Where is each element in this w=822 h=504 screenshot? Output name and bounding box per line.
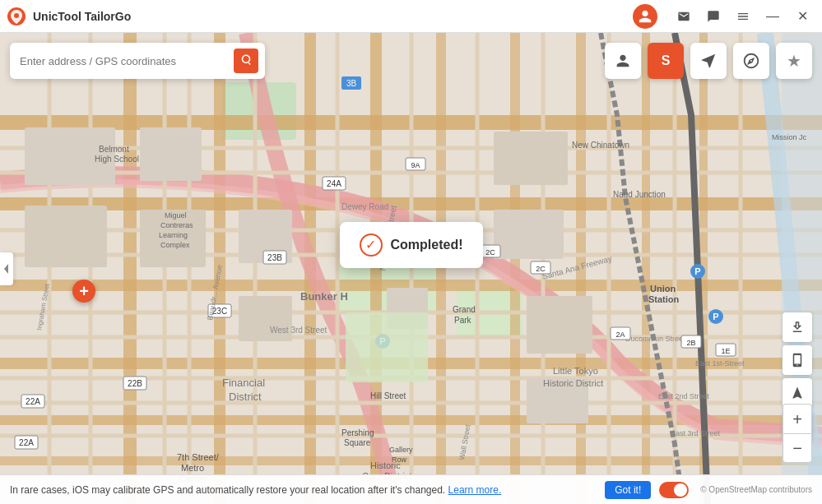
star-icon: ★ xyxy=(787,51,801,71)
download-map-button[interactable] xyxy=(783,312,812,342)
notice-message: In rare cases, iOS may calibrate GPS and… xyxy=(10,484,445,496)
svg-text:West 3rd Street: West 3rd Street xyxy=(270,326,327,335)
svg-point-1 xyxy=(14,13,19,18)
svg-rect-45 xyxy=(25,206,107,267)
minimize-button[interactable]: — xyxy=(759,3,786,30)
map-background: Belmont High School Miguel Contreras Lea… xyxy=(0,33,822,504)
svg-text:Contreras: Contreras xyxy=(160,221,193,229)
curve-mode-button[interactable] xyxy=(690,43,727,79)
close-button[interactable]: ✕ xyxy=(789,3,815,30)
person-mode-button[interactable] xyxy=(605,43,641,79)
completed-text: Completed! xyxy=(391,238,463,252)
svg-text:7th Street/: 7th Street/ xyxy=(177,452,220,462)
osm-credit: © OpenStreetMap contributors xyxy=(700,485,812,494)
completed-popup: ✓ Completed! xyxy=(340,222,483,268)
svg-text:2C: 2C xyxy=(485,248,495,257)
toggle-switch[interactable] xyxy=(659,482,689,498)
svg-text:Station: Station xyxy=(648,294,680,304)
learn-more-link[interactable]: Learn more. xyxy=(448,484,502,496)
svg-text:Naud Junction: Naud Junction xyxy=(613,190,666,199)
svg-text:Ducommun Street: Ducommun Street xyxy=(625,335,685,343)
route-mode-button[interactable]: S xyxy=(648,43,684,79)
svg-text:Square: Square xyxy=(344,438,371,447)
got-it-button[interactable]: Got it! xyxy=(605,481,651,499)
add-location-button[interactable]: + xyxy=(72,280,95,303)
menu-button[interactable] xyxy=(730,3,756,30)
svg-rect-16 xyxy=(436,33,446,504)
favorites-button[interactable]: ★ xyxy=(776,43,812,79)
svg-text:Union: Union xyxy=(650,284,676,294)
svg-text:23B: 23B xyxy=(267,253,282,262)
svg-text:East 3rd Street: East 3rd Street xyxy=(671,429,721,437)
svg-text:Grand: Grand xyxy=(453,305,476,314)
bottom-notification-bar: In rare cases, iOS may calibrate GPS and… xyxy=(0,474,822,504)
svg-text:2B: 2B xyxy=(686,339,695,347)
svg-rect-53 xyxy=(527,296,592,354)
search-go-button[interactable] xyxy=(234,49,258,73)
svg-text:24A: 24A xyxy=(327,179,341,188)
zoom-in-button[interactable]: + xyxy=(783,404,812,433)
check-icon: ✓ xyxy=(360,234,383,257)
svg-text:2A: 2A xyxy=(615,331,625,339)
svg-text:9A: 9A xyxy=(411,161,420,169)
mail-button[interactable] xyxy=(671,3,697,30)
chat-button[interactable] xyxy=(700,3,727,30)
app-logo xyxy=(0,0,33,33)
zoom-controls: + − xyxy=(783,404,812,463)
svg-text:Row: Row xyxy=(392,455,407,464)
map-tools-toolbar: S ★ xyxy=(605,43,812,79)
svg-text:New Chinatown: New Chinatown xyxy=(572,141,629,150)
titlebar: UnicTool TailorGo — ✕ xyxy=(0,0,822,33)
svg-text:District: District xyxy=(229,391,262,403)
svg-rect-12 xyxy=(123,33,137,504)
svg-text:East 1st-Street: East 1st-Street xyxy=(695,359,745,368)
svg-text:Bunker H: Bunker H xyxy=(300,290,348,303)
svg-text:Pershing: Pershing xyxy=(341,428,374,437)
svg-text:Financial: Financial xyxy=(222,377,265,389)
svg-text:East 2nd Street: East 2nd Street xyxy=(658,392,710,400)
route-icon: S xyxy=(662,53,671,68)
notice-text: In rare cases, iOS may calibrate GPS and… xyxy=(10,484,600,496)
svg-text:Dewey Road: Dewey Road xyxy=(341,202,388,211)
search-input[interactable] xyxy=(20,55,234,67)
svg-text:Learning: Learning xyxy=(159,231,188,239)
svg-text:Miguel: Miguel xyxy=(165,211,187,220)
svg-text:Park: Park xyxy=(454,316,472,325)
svg-text:1E: 1E xyxy=(721,347,730,355)
svg-text:22A: 22A xyxy=(26,397,40,406)
svg-text:2C: 2C xyxy=(536,265,546,273)
svg-text:22B: 22B xyxy=(128,379,142,388)
svg-rect-51 xyxy=(494,132,568,185)
map-controls xyxy=(783,90,812,441)
svg-text:Belmont: Belmont xyxy=(99,145,129,154)
svg-rect-52 xyxy=(494,210,564,259)
svg-text:Hill Street: Hill Street xyxy=(370,391,406,400)
svg-text:Historic District: Historic District xyxy=(543,378,603,388)
window-controls: — ✕ xyxy=(671,3,822,30)
left-panel-toggle[interactable] xyxy=(0,252,13,285)
map-container[interactable]: Belmont High School Miguel Contreras Lea… xyxy=(0,33,822,504)
svg-text:Metro: Metro xyxy=(181,463,204,473)
user-avatar[interactable] xyxy=(633,4,657,29)
svg-text:P: P xyxy=(694,266,700,276)
svg-text:3B: 3B xyxy=(346,79,357,88)
phone-icon-button[interactable] xyxy=(783,345,812,375)
app-title: UnicTool TailorGo xyxy=(33,10,633,23)
svg-rect-111 xyxy=(346,312,428,382)
compass-tool-button[interactable] xyxy=(733,43,769,79)
svg-text:P: P xyxy=(713,312,718,321)
svg-text:22A: 22A xyxy=(19,438,34,447)
search-bar xyxy=(10,43,265,79)
svg-text:Gallery: Gallery xyxy=(389,446,413,454)
svg-rect-19 xyxy=(642,33,650,504)
svg-rect-46 xyxy=(140,127,202,181)
svg-text:Complex: Complex xyxy=(160,241,190,249)
zoom-out-button[interactable]: − xyxy=(783,433,812,463)
svg-text:Little Tokyo: Little Tokyo xyxy=(553,366,598,376)
svg-text:High School: High School xyxy=(95,155,139,164)
